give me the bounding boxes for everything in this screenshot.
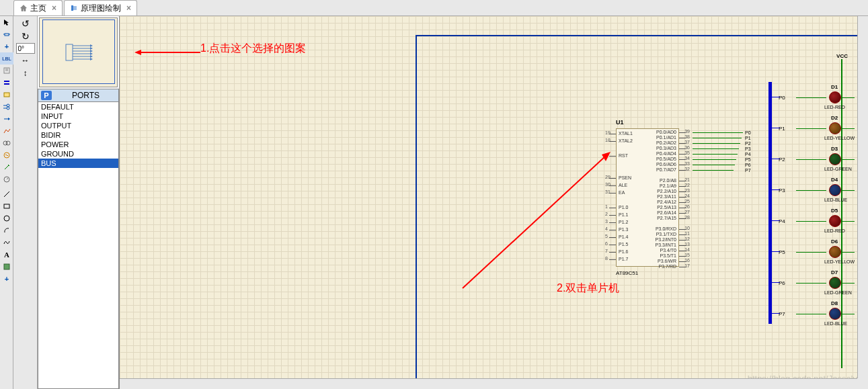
tab-home[interactable]: 主页 × [13,0,63,15]
svg-point-20 [6,141,10,145]
svg-line-24 [4,191,9,197]
instrument-tool[interactable] [0,173,13,185]
terminal-P0[interactable]: P0 [779,95,788,101]
terminal-P4[interactable]: P4 [779,218,788,224]
terminal-P5[interactable]: P5 [779,249,788,255]
marker-tool[interactable]: + [0,273,13,285]
graph-tool[interactable] [0,125,13,137]
led-D2[interactable]: D2 LED-YELLOW [829,122,841,134]
bus-term-P2[interactable]: P2 [745,141,751,146]
terminal-P1[interactable]: P1 [779,126,788,132]
bus-term-P7[interactable]: P7 [745,168,751,173]
led-row-0: P0 D1 LED-RED R1 470 [779,89,868,106]
tape-tool[interactable] [0,137,13,149]
terminal-P6[interactable]: P6 [779,280,788,286]
chip-name: AT89C51 [616,270,638,276]
subcircuit-tool[interactable] [0,89,13,101]
svg-point-26 [4,216,9,221]
line-tool[interactable] [0,188,13,200]
path-tool[interactable] [0,236,13,249]
schematic-canvas[interactable]: U1 AT89C51 19XTAL118XTAL29RST29PSEN30ALE… [120,16,868,389]
label-tool[interactable]: LBL [0,52,13,64]
led-row-2: P2 D3 LED-GREEN R3 470 [779,150,868,168]
generator-tool[interactable] [0,149,13,161]
pin-tool[interactable] [0,113,13,125]
svg-marker-18 [8,118,10,120]
chip-ref: U1 [616,119,624,126]
led-row-6: P6 D7 LED-GREEN R7 470 [779,274,868,292]
circle-tool[interactable] [0,212,13,224]
flip-h[interactable]: ↔ [15,54,36,67]
component-tool[interactable] [0,28,13,40]
port-input[interactable]: INPUT [38,112,118,121]
close-icon[interactable]: × [52,3,56,13]
rotation-toolbar: ↺ ↻ ↔ ↕ [13,16,38,389]
port-bidir[interactable]: BIDIR [38,130,118,140]
tab-schematic[interactable]: 原理图绘制 × [64,0,137,15]
svg-line-43 [463,156,606,288]
led-D7[interactable]: D7 LED-GREEN [829,277,841,289]
port-power[interactable]: POWER [38,140,118,149]
led-D8[interactable]: D8 LED-BLUE [829,308,841,320]
svg-rect-25 [4,204,9,208]
scrollbar-vertical[interactable] [857,16,868,378]
rotation-input[interactable] [16,43,35,54]
vcc-label: VCC [836,53,848,59]
led-row-4: P4 D5 LED-RED R5 470 [779,212,868,230]
scrollbar-horizontal[interactable] [120,378,857,389]
text-tool[interactable]: A [0,249,13,261]
led-row-3: P3 D4 LED-BLUE R4 470 [779,181,868,199]
bus-term-P0[interactable]: P0 [745,130,751,135]
terminal-P2[interactable]: P2 [779,157,788,163]
select-tool[interactable] [0,16,13,28]
bus-term-P5[interactable]: P5 [745,157,751,162]
port-ground[interactable]: GROUND [38,149,118,159]
arc-tool[interactable] [0,224,13,236]
ports-header: P PORTS [38,89,119,102]
rotate-cw[interactable]: ↻ [15,30,36,42]
led-D1[interactable]: D1 LED-RED [829,91,841,103]
left-toolbar: + LBL A + [0,16,13,389]
led-row-1: P1 D2 LED-YELLOW R2 470 [779,120,868,137]
bus-tool[interactable] [0,77,13,89]
rotate-ccw[interactable]: ↺ [15,17,36,30]
terminal-P7[interactable]: P7 [779,311,788,317]
text-script-tool[interactable] [0,64,13,77]
terminal-tool[interactable] [0,101,13,113]
ports-title: PORTS [56,91,116,100]
svg-point-14 [7,104,9,107]
mcu-chip[interactable]: U1 AT89C51 19XTAL118XTAL29RST29PSEN30ALE… [604,120,691,275]
close-icon[interactable]: × [126,3,131,13]
led-D4[interactable]: D4 LED-BLUE [829,184,841,196]
preview-pane [39,17,118,87]
led-row-7: P7 D8 LED-BLUE R8 470 [779,305,868,322]
flip-v[interactable]: ↕ [15,67,36,79]
svg-rect-0 [71,5,73,11]
svg-line-23 [7,178,8,179]
side-panel: P PORTS DEFAULT INPUT OUTPUT BIDIR POWER… [38,16,120,389]
bus-term-P4[interactable]: P4 [745,152,751,157]
junction-tool[interactable]: + [0,40,13,52]
p-icon[interactable]: P [41,91,52,100]
port-output[interactable]: OUTPUT [38,121,118,130]
svg-rect-4 [5,34,9,36]
bus-term-P3[interactable]: P3 [745,146,751,151]
box-tool[interactable] [0,200,13,212]
arrow-1 [134,48,202,62]
led-row-5: P5 D6 LED-YELLOW R6 470 [779,243,868,261]
terminal-P3[interactable]: P3 [779,187,788,193]
arrow-2 [459,150,614,292]
bus-line[interactable] [768,82,772,324]
led-D5[interactable]: D5 LED-RED [829,215,841,227]
probe-tool[interactable] [0,161,13,173]
svg-marker-42 [134,50,141,55]
port-default[interactable]: DEFAULT [38,102,118,112]
led-D6[interactable]: D6 LED-YELLOW [829,246,841,258]
ports-list[interactable]: DEFAULT INPUT OUTPUT BIDIR POWER GROUND … [38,102,119,389]
led-D3[interactable]: D3 LED-GREEN [829,153,841,165]
bus-term-P1[interactable]: P1 [745,136,751,140]
symbol-tool[interactable] [0,261,13,273]
port-bus[interactable]: BUS [38,159,118,168]
bus-term-P6[interactable]: P6 [745,163,751,167]
schematic-icon [70,4,78,12]
